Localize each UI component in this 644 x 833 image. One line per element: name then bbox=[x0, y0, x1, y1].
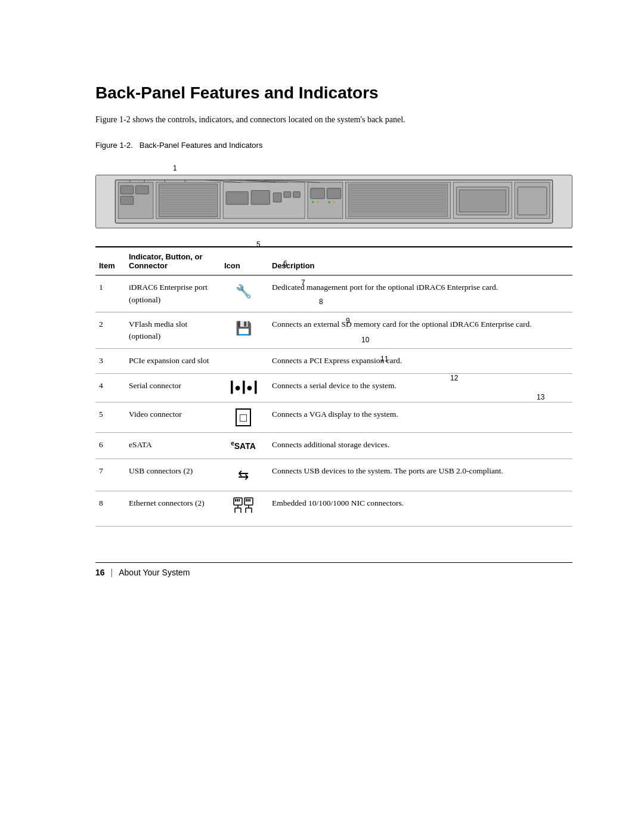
svg-rect-67 bbox=[246, 499, 247, 501]
footer-separator: | bbox=[111, 568, 113, 577]
num-5: 5 bbox=[221, 232, 638, 249]
ethernet-icon bbox=[233, 497, 254, 516]
video-icon: □ bbox=[236, 408, 251, 426]
num-13: 13 bbox=[501, 385, 644, 401]
num-12: 12 bbox=[414, 366, 644, 382]
row-icon-empty bbox=[221, 349, 268, 373]
num-7: 7 bbox=[265, 270, 644, 287]
row-item: 1 bbox=[95, 275, 125, 312]
row-connector: Ethernet connectors (2) bbox=[125, 491, 221, 526]
svg-rect-69 bbox=[249, 499, 250, 501]
page-title: Back-Panel Features and Indicators bbox=[95, 83, 572, 103]
row-item: 2 bbox=[95, 312, 125, 349]
svg-point-31 bbox=[328, 201, 330, 203]
figure-label: Figure 1-2. bbox=[95, 141, 133, 150]
svg-rect-23 bbox=[273, 193, 281, 203]
server-diagram-svg bbox=[96, 175, 572, 228]
figure-caption: Figure 1-2. Back-Panel Features and Indi… bbox=[95, 141, 572, 150]
wrench-icon: 🔧 bbox=[236, 281, 252, 301]
row-item: 7 bbox=[95, 459, 125, 491]
table-row: 7 USB connectors (2) ⇆ Connects USB devi… bbox=[95, 459, 572, 491]
row-icon-esata: eSATA bbox=[221, 432, 268, 459]
svg-rect-24 bbox=[284, 192, 291, 198]
row-connector: eSATA bbox=[125, 432, 221, 459]
row-item: 3 bbox=[95, 349, 125, 373]
page-footer: 16 | About Your System bbox=[95, 562, 572, 577]
row-connector: Video connector bbox=[125, 402, 221, 432]
row-icon-ethernet bbox=[221, 491, 268, 526]
svg-rect-28 bbox=[327, 188, 340, 199]
num-10: 10 bbox=[326, 327, 644, 344]
row-connector: Serial connector bbox=[125, 373, 221, 402]
row-icon-wrench: 🔧 bbox=[221, 275, 268, 312]
row-description: Connects additional storage devices. bbox=[268, 432, 572, 459]
svg-point-32 bbox=[333, 201, 335, 203]
svg-rect-62 bbox=[237, 499, 238, 501]
svg-rect-34 bbox=[348, 184, 447, 217]
serial-icon: ┃●┃●┃ bbox=[228, 380, 258, 396]
num-6: 6 bbox=[247, 251, 644, 268]
row-connector: iDRAC6 Enterprise port (optional) bbox=[125, 275, 221, 312]
row-icon-usb: ⇆ bbox=[221, 459, 268, 491]
row-connector: PCIe expansion card slot bbox=[125, 349, 221, 373]
num-11: 11 bbox=[345, 346, 644, 363]
row-description: Connects USB devices to the system. The … bbox=[268, 459, 572, 491]
svg-rect-63 bbox=[239, 499, 240, 501]
svg-rect-3 bbox=[120, 197, 134, 205]
row-item: 8 bbox=[95, 491, 125, 526]
usb-icon: ⇆ bbox=[238, 465, 249, 485]
table-row: 5 Video connector □ Connects a VGA displ… bbox=[95, 402, 572, 432]
svg-rect-61 bbox=[235, 499, 236, 501]
row-description: Connects a VGA display to the system. bbox=[268, 402, 572, 432]
num-9: 9 bbox=[310, 308, 644, 325]
intro-paragraph: Figure 1-2 shows the controls, indicator… bbox=[95, 113, 572, 126]
footer-section: About Your System bbox=[119, 568, 190, 577]
svg-rect-4 bbox=[136, 186, 149, 194]
svg-rect-49 bbox=[459, 190, 506, 212]
svg-rect-26 bbox=[308, 182, 343, 219]
svg-point-29 bbox=[312, 201, 314, 203]
diagram-container: 1 2 3 4 5 6 7 8 9 10 11 12 13 bbox=[95, 156, 572, 228]
svg-point-30 bbox=[317, 201, 319, 203]
svg-rect-25 bbox=[293, 192, 301, 198]
svg-rect-27 bbox=[311, 188, 324, 199]
header-item: Item bbox=[95, 247, 125, 275]
row-item: 4 bbox=[95, 373, 125, 402]
row-connector: USB connectors (2) bbox=[125, 459, 221, 491]
row-item: 6 bbox=[95, 432, 125, 459]
svg-rect-22 bbox=[251, 191, 270, 205]
esata-icon: eSATA bbox=[231, 439, 256, 453]
svg-rect-2 bbox=[120, 186, 134, 194]
table-row: 6 eSATA eSATA Connects additional storag… bbox=[95, 432, 572, 459]
row-icon-video: □ bbox=[221, 402, 268, 432]
svg-rect-68 bbox=[247, 499, 249, 501]
sd-card-icon: 💾 bbox=[236, 318, 252, 338]
svg-rect-51 bbox=[518, 187, 547, 215]
svg-rect-21 bbox=[226, 192, 248, 205]
figure-caption-text: Back-Panel Features and Indicators bbox=[140, 141, 263, 150]
num-1: 1 bbox=[137, 156, 555, 172]
row-icon-serial: ┃●┃●┃ bbox=[221, 373, 268, 402]
row-connector: VFlash media slot (optional) bbox=[125, 312, 221, 349]
row-description: Embedded 10/100/1000 NIC connectors. bbox=[268, 491, 572, 526]
diagram-number-row: 1 2 3 4 5 6 7 8 9 10 11 12 13 bbox=[131, 156, 549, 175]
row-icon-sd: 💾 bbox=[221, 312, 268, 349]
num-8: 8 bbox=[283, 289, 644, 306]
header-connector: Indicator, Button, or Connector bbox=[125, 247, 221, 275]
table-row: 8 Ethernet connectors (2) bbox=[95, 491, 572, 526]
row-item: 5 bbox=[95, 402, 125, 432]
page-number: 16 bbox=[95, 568, 105, 577]
svg-rect-6 bbox=[159, 184, 218, 217]
server-diagram bbox=[95, 175, 572, 228]
